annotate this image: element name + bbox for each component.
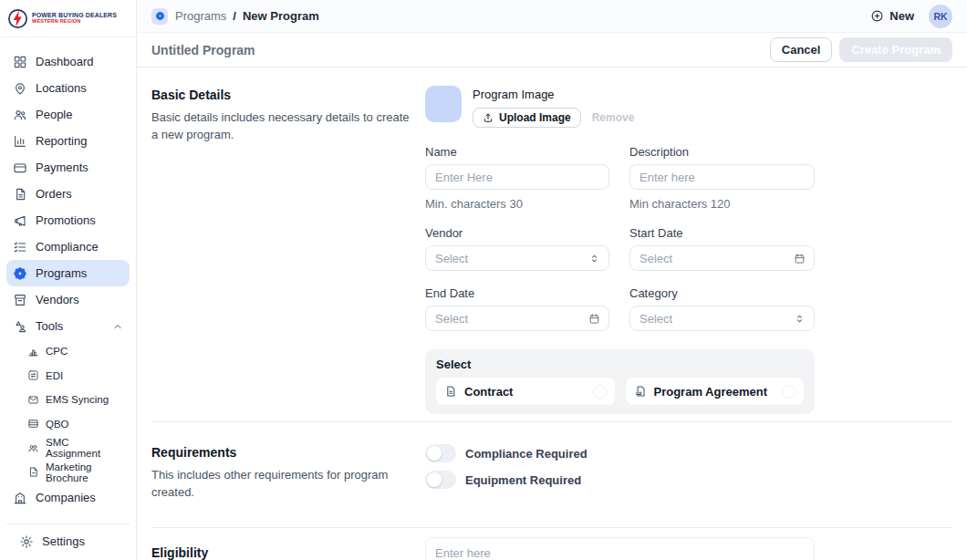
- tools-icon: [13, 319, 27, 334]
- main-content: Basic Details Basic details includes nec…: [137, 67, 967, 560]
- breadcrumb-section[interactable]: Programs: [175, 9, 226, 23]
- contract-option[interactable]: Contract: [436, 378, 615, 405]
- start-date-label: Start Date: [629, 226, 815, 240]
- brand-logo[interactable]: POWER BUYING DEALERS WESTERN REGION: [0, 0, 136, 37]
- sidebar-item-promotions[interactable]: Promotions: [6, 207, 130, 233]
- program-agreement-option[interactable]: DOC Program Agreement: [626, 378, 805, 405]
- name-label: Name: [425, 145, 609, 159]
- doc-file-icon: DOC: [634, 385, 647, 398]
- ems-syncing-icon: [27, 394, 39, 406]
- compliance-required-toggle[interactable]: [425, 444, 456, 462]
- sidebar-item-label: EMS Syncing: [46, 394, 109, 405]
- sidebar-item-label: Locations: [36, 81, 87, 95]
- edi-icon: [27, 369, 39, 381]
- orders-icon: [13, 187, 27, 202]
- sidebar-item-payments[interactable]: Payments: [6, 154, 130, 181]
- svg-text:DOC: DOC: [636, 391, 641, 395]
- sidebar-item-label: Programs: [36, 266, 87, 280]
- requirements-heading: Requirements: [151, 445, 412, 460]
- sidebar-item-tools[interactable]: Tools: [6, 313, 130, 339]
- eligibility-heading: Eligibility: [151, 545, 208, 560]
- user-avatar[interactable]: RK: [929, 5, 952, 28]
- sidebar-item-label: Orders: [36, 187, 72, 201]
- section-divider: [151, 527, 952, 528]
- sidebar-item-label: Compliance: [36, 240, 99, 254]
- plus-circle-icon: [870, 9, 884, 23]
- category-select[interactable]: Select: [629, 306, 815, 331]
- document-select-group: Select Contract DOC Program Agreement: [425, 349, 815, 414]
- sidebar-item-cpc[interactable]: CPC: [6, 339, 130, 364]
- compliance-required-label: Compliance Required: [465, 447, 587, 461]
- create-program-button[interactable]: Create Program: [839, 37, 952, 62]
- sidebar-item-smc-assignment[interactable]: SMC Assignment: [6, 436, 130, 461]
- remove-image-button[interactable]: Remove: [592, 111, 635, 124]
- sidebar-item-label: Reporting: [36, 134, 87, 148]
- basic-details-form: Program Image Upload Image Remove Name M…: [425, 86, 815, 414]
- sidebar-item-label: Payments: [36, 161, 88, 174]
- category-label: Category: [629, 286, 815, 300]
- sidebar-item-ems-syncing[interactable]: EMS Syncing: [6, 388, 130, 412]
- sidebar-item-locations[interactable]: Locations: [6, 75, 130, 101]
- gear-icon: [19, 534, 34, 549]
- sidebar-item-companies[interactable]: Companies: [6, 484, 130, 511]
- vendor-select[interactable]: Select: [425, 245, 609, 271]
- equipment-required-toggle[interactable]: [425, 471, 456, 489]
- program-image-label: Program Image: [473, 88, 634, 101]
- sidebar-item-label: Companies: [36, 491, 96, 504]
- description-label: Description: [629, 145, 815, 159]
- sidebar-item-label: People: [36, 108, 72, 121]
- eligibility-input[interactable]: [425, 537, 815, 560]
- sidebar-item-people[interactable]: People: [6, 101, 130, 128]
- start-date-picker[interactable]: Select: [629, 245, 815, 271]
- description-input[interactable]: [629, 164, 815, 190]
- sidebar-item-label: Promotions: [36, 213, 96, 227]
- chevrons-up-down-icon: [794, 313, 806, 325]
- document-select-label: Select: [436, 358, 804, 371]
- sidebar-item-vendors[interactable]: Vendors: [6, 286, 130, 313]
- new-button[interactable]: New: [870, 9, 914, 23]
- marketing-brochure-icon: [27, 466, 39, 478]
- name-input[interactable]: [425, 164, 609, 190]
- contract-radio[interactable]: [593, 385, 607, 399]
- sidebar-item-orders[interactable]: Orders: [6, 181, 130, 207]
- breadcrumb-current: New Program: [243, 9, 319, 23]
- locations-icon: [13, 81, 27, 96]
- sidebar-item-settings[interactable]: Settings: [13, 528, 123, 555]
- programs-icon: [13, 266, 27, 281]
- end-date-label: End Date: [425, 286, 609, 300]
- sidebar-item-compliance[interactable]: Compliance: [6, 233, 130, 260]
- section-divider: [151, 421, 952, 422]
- sidebar-item-marketing-brochure[interactable]: Marketing Brochure: [6, 461, 130, 485]
- sidebar-item-reporting[interactable]: Reporting: [6, 128, 130, 154]
- name-helper: Min. characters 30: [425, 197, 609, 211]
- brand-region: WESTERN REGION: [32, 19, 117, 25]
- lightning-bolt-icon: [7, 8, 28, 29]
- sidebar-item-label: QBO: [46, 419, 69, 430]
- compliance-icon: [13, 240, 27, 254]
- dashboard-icon: [13, 55, 27, 69]
- upload-icon: [483, 112, 494, 123]
- end-date-picker[interactable]: Select: [425, 306, 609, 331]
- program-agreement-radio[interactable]: [782, 385, 795, 399]
- sidebar-item-dashboard[interactable]: Dashboard: [6, 48, 130, 75]
- sidebar-item-qbo[interactable]: QBO: [6, 412, 130, 437]
- sidebar-item-label: Tools: [36, 319, 63, 333]
- people-icon: [13, 108, 27, 122]
- sidebar-nav: Dashboard Locations People Reporting Pay…: [0, 37, 136, 560]
- title-bar: Untitled Program Cancel Create Program: [137, 33, 967, 67]
- basic-details-intro: Basic Details Basic details includes nec…: [151, 88, 412, 144]
- cancel-button[interactable]: Cancel: [770, 37, 833, 62]
- upload-image-button[interactable]: Upload Image: [473, 108, 581, 128]
- sidebar-item-label: Marketing Brochure: [46, 461, 123, 483]
- sidebar-item-programs[interactable]: Programs: [6, 260, 130, 286]
- breadcrumb-bar: Programs / New Program New RK: [137, 0, 967, 33]
- companies-icon: [13, 491, 27, 505]
- sidebar-item-label: Vendors: [36, 293, 79, 306]
- sidebar-item-edi[interactable]: EDI: [6, 364, 130, 389]
- program-image-placeholder[interactable]: [425, 86, 462, 122]
- sidebar-item-label: Dashboard: [36, 55, 94, 68]
- sidebar: POWER BUYING DEALERS WESTERN REGION Dash…: [0, 0, 137, 560]
- equipment-required-label: Equipment Required: [465, 473, 581, 487]
- sidebar-item-label: SMC Assignment: [46, 437, 123, 459]
- sidebar-item-label: EDI: [46, 370, 63, 381]
